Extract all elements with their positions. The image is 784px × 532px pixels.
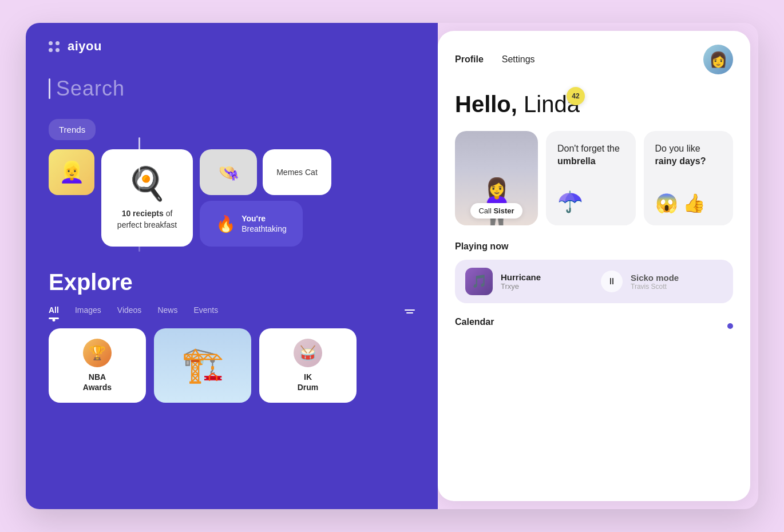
playing-now-label: Playing now: [455, 241, 733, 252]
explore-cards: 🏆 NBAAwards 🏗️ 🥁 IKDrum: [49, 328, 415, 403]
trends-cards: 👱‍♀️ 🍳 10 reciepts of perfect breakfast …: [49, 149, 415, 247]
tab-images[interactable]: Images: [75, 305, 101, 317]
nav-profile[interactable]: Profile: [455, 54, 484, 65]
logo: aiyou: [68, 39, 102, 54]
info-card-rainy: Do you likerainy days? 😱 👍: [644, 131, 734, 225]
nba-label: NBAAwards: [83, 372, 112, 392]
track-title: Hurricane: [501, 272, 593, 282]
music-player: 🎵 Hurricane Trxye ⏸ Sicko mode Travis Sc…: [455, 260, 733, 303]
next-track: Sicko mode Travis Scott: [631, 273, 723, 291]
tab-events[interactable]: Events: [193, 305, 218, 317]
track-artist: Trxye: [501, 282, 593, 291]
greeting-bold: Hello,: [455, 92, 517, 117]
umbrella-emoji: ☂️: [557, 190, 583, 214]
next-track-title: Sicko mode: [631, 273, 723, 283]
explore-card-drum[interactable]: 🥁 IKDrum: [259, 328, 357, 403]
recipe-icon: 🍳: [127, 165, 167, 203]
avatar[interactable]: 👩: [703, 45, 733, 74]
trends-section: Trends 👱‍♀️ 🍳 10 reciepts of perfect bre…: [49, 119, 415, 247]
nba-icon: 🏆: [83, 339, 112, 367]
playing-section: Playing now 🎵 Hurricane Trxye ⏸ Sicko mo…: [455, 241, 733, 303]
explore-card-building[interactable]: 🏗️: [154, 328, 251, 403]
recipe-text: 10 reciepts of perfect breakfast: [117, 208, 177, 231]
pause-button[interactable]: ⏸: [601, 271, 623, 292]
info-card-umbrella: Don't forget the umbrella ☂️: [546, 131, 636, 225]
person-figure: 🧍‍♀️: [465, 180, 529, 225]
drum-icon: 🥁: [294, 339, 322, 367]
left-panel: aiyou Search Trends 👱‍♀️ 🍳 10 reciepts o…: [26, 23, 438, 509]
breathtaking-card[interactable]: 🔥 You're Breathtaking: [200, 201, 303, 247]
explore-section: Explore All Images Videos News Events: [49, 269, 415, 403]
calendar-indicator: [727, 323, 733, 329]
explore-tabs: All Images Videos News Events: [49, 305, 415, 317]
scroll-divider: [138, 137, 140, 252]
umbrella-text: Don't forget the umbrella: [557, 142, 624, 168]
menu-dots-icon[interactable]: [49, 41, 60, 52]
tab-all[interactable]: All: [49, 305, 59, 317]
search-placeholder[interactable]: Search: [56, 77, 125, 101]
recipe-card[interactable]: 🍳 10 reciepts of perfect breakfast: [101, 149, 193, 247]
trend-photo-1[interactable]: 👱‍♀️: [49, 149, 94, 195]
nav-settings[interactable]: Settings: [502, 54, 535, 65]
tab-news[interactable]: News: [157, 305, 177, 317]
search-cursor: [49, 78, 50, 99]
greeting-text: Hello, Linda: [455, 92, 733, 117]
right-header: Profile Settings 👩: [455, 45, 733, 74]
rainy-text: Do you likerainy days?: [655, 142, 706, 168]
trends-label[interactable]: Trends: [49, 119, 96, 140]
shocked-emoji: 😱: [655, 192, 678, 214]
trend-photo-2[interactable]: 👒: [200, 149, 257, 195]
calendar-section[interactable]: Calendar: [455, 317, 733, 335]
rainy-emojis: 😱 👍: [655, 192, 706, 214]
next-track-artist: Travis Scott: [631, 283, 723, 291]
call-sister-button[interactable]: Call Sister: [470, 203, 522, 219]
calendar-label: Calendar: [455, 317, 494, 327]
search-area: Search: [49, 77, 415, 101]
explore-title: Explore: [49, 269, 415, 295]
filter-icon[interactable]: [405, 309, 415, 313]
memes-cat-card[interactable]: Memes Cat: [263, 149, 331, 195]
info-cards: 🧍‍♀️ Call Sister Don't forget the umbrel…: [455, 131, 733, 225]
breathtaking-text: You're Breathtaking: [241, 213, 287, 234]
notification-badge[interactable]: 42: [567, 87, 585, 105]
right-panel: Profile Settings 👩 42 Hello, Linda 🧍‍♀️ …: [438, 31, 750, 501]
fire-icon: 🔥: [216, 215, 236, 233]
greeting-area: 42 Hello, Linda: [455, 92, 733, 117]
left-header: aiyou: [49, 39, 415, 54]
track-thumbnail: 🎵: [465, 268, 493, 295]
tab-videos[interactable]: Videos: [117, 305, 142, 317]
info-card-photo[interactable]: 🧍‍♀️ Call Sister: [455, 131, 538, 225]
thumbs-up-emoji: 👍: [683, 192, 706, 214]
explore-card-nba[interactable]: 🏆 NBAAwards: [49, 328, 146, 403]
track-info: Hurricane Trxye: [501, 272, 593, 291]
drum-label: IKDrum: [298, 372, 319, 392]
